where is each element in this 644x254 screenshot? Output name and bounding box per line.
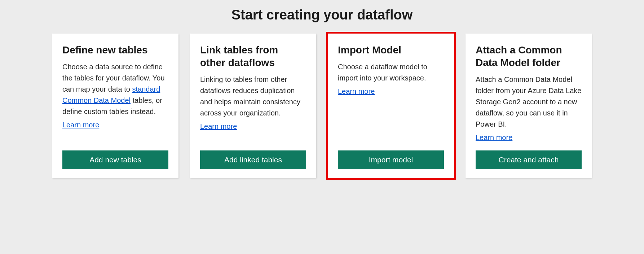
card-description: Linking to tables from other dataflows r… [200,74,306,119]
card-import-model: Import Model Choose a dataflow model to … [328,34,454,178]
import-model-button[interactable]: Import model [338,150,444,169]
card-description: Choose a dataflow model to import into y… [338,61,444,84]
card-attach-cdm-folder: Attach a Common Data Model folder Attach… [466,34,592,178]
card-description: Attach a Common Data Model folder from y… [476,74,582,130]
create-and-attach-button[interactable]: Create and attach [476,150,582,169]
learn-more-link[interactable]: Learn more [476,133,512,142]
card-body: Attach a Common Data Model folder from y… [476,74,582,142]
card-description: Choose a data source to define the table… [62,61,168,117]
card-body: Choose a data source to define the table… [62,61,168,142]
card-link-tables: Link tables from other dataflows Linking… [190,34,316,178]
add-linked-tables-button[interactable]: Add linked tables [200,150,306,169]
card-title: Attach a Common Data Model folder [476,44,582,69]
cards-container: Define new tables Choose a data source t… [0,34,644,178]
page-title: Start creating your dataflow [0,7,644,23]
learn-more-link[interactable]: Learn more [200,122,237,131]
card-define-new-tables: Define new tables Choose a data source t… [52,34,178,178]
learn-more-link[interactable]: Learn more [338,87,375,96]
card-title: Link tables from other dataflows [200,44,306,69]
add-new-tables-button[interactable]: Add new tables [62,150,168,169]
card-title: Import Model [338,44,444,56]
card-title: Define new tables [62,44,168,56]
learn-more-link[interactable]: Learn more [62,121,99,129]
card-body: Choose a dataflow model to import into y… [338,61,444,142]
card-body: Linking to tables from other dataflows r… [200,74,306,142]
